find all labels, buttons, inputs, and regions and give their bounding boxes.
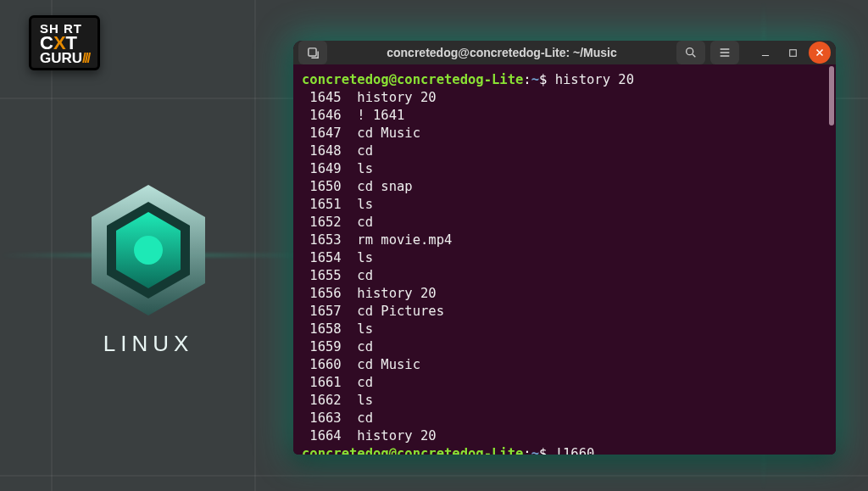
- hexagon-icon: [76, 178, 220, 322]
- prompt-colon: :: [523, 446, 531, 455]
- svg-point-3: [134, 236, 163, 265]
- history-line: 1645 history 20: [302, 89, 827, 107]
- svg-rect-4: [308, 47, 315, 55]
- history-line: 1647 cd Music: [302, 125, 827, 142]
- window-titlebar: concretedog@concretedog-Lite: ~/Music: [293, 41, 836, 64]
- brand-slashes: ///: [82, 50, 89, 66]
- history-output: 1645 history 20 1646 ! 1641 1647 cd Musi…: [302, 89, 827, 445]
- search-button[interactable]: [676, 41, 705, 64]
- prompt-command: !1660: [555, 446, 595, 455]
- linux-label: LINUX: [76, 331, 220, 357]
- prompt-path: ~: [531, 446, 539, 455]
- prompt-userhost: concretedog@concretedog-Lite: [302, 446, 523, 455]
- scrollbar-thumb[interactable]: [829, 66, 834, 126]
- history-line: 1648 cd: [302, 142, 827, 160]
- window-title: concretedog@concretedog-Lite: ~/Music: [332, 46, 671, 59]
- svg-rect-6: [789, 49, 796, 56]
- prompt-line-2: concretedog@concretedog-Lite:~$ !1660: [302, 445, 827, 455]
- new-tab-button[interactable]: [298, 41, 327, 64]
- prompt-path: ~: [531, 72, 539, 87]
- history-line: 1657 cd Pictures: [302, 303, 827, 321]
- prompt-colon: :: [523, 72, 531, 87]
- window-minimize-button[interactable]: [754, 42, 776, 64]
- history-line: 1659 cd: [302, 338, 827, 356]
- history-line: 1652 cd: [302, 214, 827, 232]
- history-line: 1654 ls: [302, 249, 827, 267]
- menu-button[interactable]: [710, 41, 739, 64]
- prompt-command: history 20: [555, 72, 634, 87]
- history-line: 1662 ls: [302, 392, 827, 410]
- brand-line2: CXT: [40, 36, 89, 51]
- history-line: 1646 ! 1641: [302, 107, 827, 125]
- history-line: 1655 cd: [302, 267, 827, 285]
- history-line: 1649 ls: [302, 160, 827, 178]
- history-line: 1650 cd snap: [302, 178, 827, 196]
- brand-line3-text: GURU: [40, 50, 82, 66]
- linux-badge: LINUX: [76, 178, 220, 357]
- window-close-button[interactable]: [809, 42, 831, 64]
- window-maximize-button[interactable]: [782, 42, 804, 64]
- history-line: 1661 cd: [302, 374, 827, 392]
- history-line: 1658 ls: [302, 321, 827, 338]
- brand-badge: SH RT CXT GURU///: [29, 15, 100, 70]
- history-line: 1656 history 20: [302, 285, 827, 303]
- history-line: 1653 rm movie.mp4: [302, 232, 827, 249]
- prompt-userhost: concretedog@concretedog-Lite: [302, 72, 523, 87]
- history-line: 1664 history 20: [302, 427, 827, 445]
- terminal-body[interactable]: concretedog@concretedog-Lite:~$ history …: [293, 64, 836, 455]
- history-line: 1651 ls: [302, 196, 827, 214]
- prompt-dollar: $: [539, 72, 547, 87]
- brand-line3: GURU///: [40, 51, 89, 65]
- history-line: 1660 cd Music: [302, 356, 827, 374]
- terminal-window: concretedog@concretedog-Lite: ~/Music co…: [293, 41, 836, 455]
- svg-point-5: [687, 48, 693, 55]
- history-line: 1663 cd: [302, 410, 827, 427]
- prompt-dollar: $: [539, 446, 547, 455]
- prompt-line-1: concretedog@concretedog-Lite:~$ history …: [302, 71, 827, 89]
